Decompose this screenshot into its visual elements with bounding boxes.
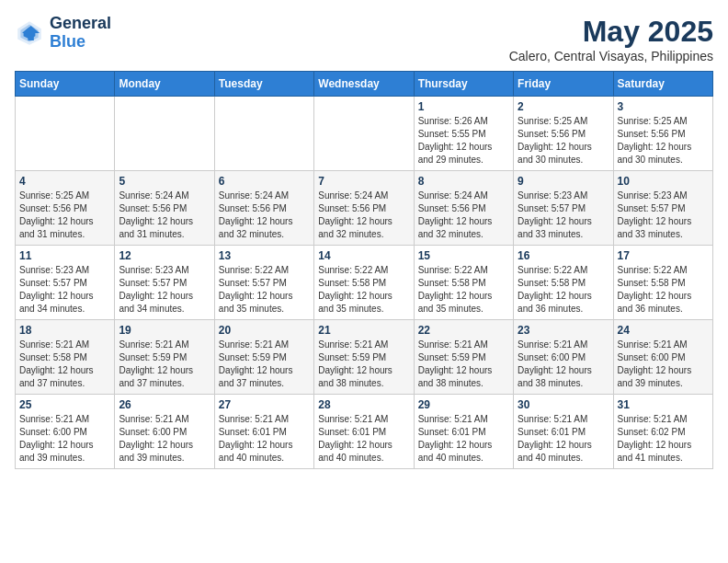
calendar-cell: 23Sunrise: 5:21 AM Sunset: 6:00 PM Dayli… <box>514 320 613 395</box>
logo: General Blue <box>15 15 111 52</box>
day-detail: Sunrise: 5:26 AM Sunset: 5:55 PM Dayligh… <box>418 115 509 167</box>
calendar-cell: 18Sunrise: 5:21 AM Sunset: 5:58 PM Dayli… <box>16 320 115 395</box>
calendar-cell: 6Sunrise: 5:24 AM Sunset: 5:56 PM Daylig… <box>214 171 313 246</box>
day-number: 3 <box>618 100 709 113</box>
day-detail: Sunrise: 5:21 AM Sunset: 5:58 PM Dayligh… <box>19 339 110 390</box>
day-number: 31 <box>618 398 709 411</box>
calendar-title: May 2025 <box>509 15 713 49</box>
calendar-subtitle: Calero, Central Visayas, Philippines <box>509 49 713 63</box>
day-number: 19 <box>119 324 210 337</box>
weekday-header: Monday <box>115 72 214 97</box>
day-detail: Sunrise: 5:24 AM Sunset: 5:56 PM Dayligh… <box>119 190 210 241</box>
day-number: 9 <box>518 175 609 188</box>
day-detail: Sunrise: 5:24 AM Sunset: 5:56 PM Dayligh… <box>418 190 509 241</box>
day-number: 16 <box>518 249 609 262</box>
calendar-cell: 11Sunrise: 5:23 AM Sunset: 5:57 PM Dayli… <box>16 246 115 320</box>
day-detail: Sunrise: 5:21 AM Sunset: 5:59 PM Dayligh… <box>318 339 409 390</box>
day-detail: Sunrise: 5:22 AM Sunset: 5:58 PM Dayligh… <box>418 264 509 316</box>
calendar-cell: 21Sunrise: 5:21 AM Sunset: 5:59 PM Dayli… <box>314 320 414 395</box>
calendar-cell: 22Sunrise: 5:21 AM Sunset: 5:59 PM Dayli… <box>414 320 513 395</box>
calendar-cell: 4Sunrise: 5:25 AM Sunset: 5:56 PM Daylig… <box>16 171 115 246</box>
day-number: 11 <box>19 249 110 262</box>
day-number: 29 <box>418 398 509 411</box>
day-number: 20 <box>219 324 310 337</box>
day-number: 13 <box>219 249 310 262</box>
page-header: General Blue May 2025 Calero, Central Vi… <box>15 15 713 63</box>
calendar-cell: 7Sunrise: 5:24 AM Sunset: 5:56 PM Daylig… <box>314 171 414 246</box>
calendar-cell <box>214 97 313 171</box>
calendar-cell: 12Sunrise: 5:23 AM Sunset: 5:57 PM Dayli… <box>115 246 214 320</box>
day-number: 15 <box>418 249 509 262</box>
day-number: 30 <box>518 398 609 411</box>
calendar-cell: 17Sunrise: 5:22 AM Sunset: 5:58 PM Dayli… <box>613 246 712 320</box>
day-detail: Sunrise: 5:21 AM Sunset: 6:01 PM Dayligh… <box>418 413 509 465</box>
calendar-cell: 1Sunrise: 5:26 AM Sunset: 5:55 PM Daylig… <box>414 97 513 171</box>
weekday-header: Tuesday <box>214 72 313 97</box>
calendar-cell: 15Sunrise: 5:22 AM Sunset: 5:58 PM Dayli… <box>414 246 513 320</box>
day-number: 24 <box>618 324 709 337</box>
logo-line2: Blue <box>50 33 111 52</box>
day-detail: Sunrise: 5:24 AM Sunset: 5:56 PM Dayligh… <box>219 190 310 241</box>
calendar-cell: 26Sunrise: 5:21 AM Sunset: 6:00 PM Dayli… <box>115 395 214 469</box>
day-number: 21 <box>318 324 409 337</box>
day-detail: Sunrise: 5:21 AM Sunset: 6:00 PM Dayligh… <box>518 339 609 390</box>
day-detail: Sunrise: 5:23 AM Sunset: 5:57 PM Dayligh… <box>618 190 709 241</box>
day-detail: Sunrise: 5:25 AM Sunset: 5:56 PM Dayligh… <box>19 190 110 241</box>
calendar-cell: 25Sunrise: 5:21 AM Sunset: 6:00 PM Dayli… <box>16 395 115 469</box>
calendar-cell: 13Sunrise: 5:22 AM Sunset: 5:57 PM Dayli… <box>214 246 313 320</box>
day-number: 1 <box>418 100 509 113</box>
calendar-cell <box>16 97 115 171</box>
day-detail: Sunrise: 5:21 AM Sunset: 6:01 PM Dayligh… <box>219 413 310 465</box>
calendar-cell: 14Sunrise: 5:22 AM Sunset: 5:58 PM Dayli… <box>314 246 414 320</box>
weekday-header: Saturday <box>613 72 712 97</box>
day-detail: Sunrise: 5:23 AM Sunset: 5:57 PM Dayligh… <box>119 264 210 316</box>
day-detail: Sunrise: 5:21 AM Sunset: 5:59 PM Dayligh… <box>219 339 310 390</box>
day-number: 17 <box>618 249 709 262</box>
day-number: 27 <box>219 398 310 411</box>
day-detail: Sunrise: 5:24 AM Sunset: 5:56 PM Dayligh… <box>318 190 409 241</box>
calendar-cell: 29Sunrise: 5:21 AM Sunset: 6:01 PM Dayli… <box>414 395 513 469</box>
day-number: 22 <box>418 324 509 337</box>
day-number: 10 <box>618 175 709 188</box>
day-detail: Sunrise: 5:23 AM Sunset: 5:57 PM Dayligh… <box>518 190 609 241</box>
day-detail: Sunrise: 5:21 AM Sunset: 6:00 PM Dayligh… <box>119 413 210 465</box>
calendar-cell <box>115 97 214 171</box>
day-number: 28 <box>318 398 409 411</box>
calendar-week-row: 1Sunrise: 5:26 AM Sunset: 5:55 PM Daylig… <box>16 97 713 171</box>
day-detail: Sunrise: 5:25 AM Sunset: 5:56 PM Dayligh… <box>518 115 609 167</box>
weekday-header: Friday <box>514 72 613 97</box>
day-detail: Sunrise: 5:25 AM Sunset: 5:56 PM Dayligh… <box>618 115 709 167</box>
calendar-cell: 30Sunrise: 5:21 AM Sunset: 6:01 PM Dayli… <box>514 395 613 469</box>
day-number: 14 <box>318 249 409 262</box>
weekday-header: Sunday <box>16 72 115 97</box>
weekday-header: Wednesday <box>314 72 414 97</box>
day-detail: Sunrise: 5:22 AM Sunset: 5:57 PM Dayligh… <box>219 264 310 316</box>
day-detail: Sunrise: 5:22 AM Sunset: 5:58 PM Dayligh… <box>618 264 709 316</box>
calendar-cell <box>314 97 414 171</box>
day-detail: Sunrise: 5:21 AM Sunset: 6:01 PM Dayligh… <box>318 413 409 465</box>
day-detail: Sunrise: 5:21 AM Sunset: 6:01 PM Dayligh… <box>518 413 609 465</box>
calendar-cell: 3Sunrise: 5:25 AM Sunset: 5:56 PM Daylig… <box>613 97 712 171</box>
day-detail: Sunrise: 5:21 AM Sunset: 6:02 PM Dayligh… <box>618 413 709 465</box>
day-number: 2 <box>518 100 609 113</box>
day-number: 4 <box>19 175 110 188</box>
calendar-week-row: 18Sunrise: 5:21 AM Sunset: 5:58 PM Dayli… <box>16 320 713 395</box>
day-detail: Sunrise: 5:23 AM Sunset: 5:57 PM Dayligh… <box>19 264 110 316</box>
logo-icon <box>15 18 44 48</box>
day-number: 25 <box>19 398 110 411</box>
day-number: 12 <box>119 249 210 262</box>
calendar-cell: 8Sunrise: 5:24 AM Sunset: 5:56 PM Daylig… <box>414 171 513 246</box>
calendar-cell: 28Sunrise: 5:21 AM Sunset: 6:01 PM Dayli… <box>314 395 414 469</box>
calendar-cell: 9Sunrise: 5:23 AM Sunset: 5:57 PM Daylig… <box>514 171 613 246</box>
calendar-week-row: 25Sunrise: 5:21 AM Sunset: 6:00 PM Dayli… <box>16 395 713 469</box>
day-number: 18 <box>19 324 110 337</box>
calendar-cell: 5Sunrise: 5:24 AM Sunset: 5:56 PM Daylig… <box>115 171 214 246</box>
calendar-cell: 2Sunrise: 5:25 AM Sunset: 5:56 PM Daylig… <box>514 97 613 171</box>
day-detail: Sunrise: 5:21 AM Sunset: 5:59 PM Dayligh… <box>119 339 210 390</box>
day-number: 26 <box>119 398 210 411</box>
day-detail: Sunrise: 5:21 AM Sunset: 5:59 PM Dayligh… <box>418 339 509 390</box>
calendar-table: SundayMondayTuesdayWednesdayThursdayFrid… <box>15 71 713 469</box>
day-number: 5 <box>119 175 210 188</box>
day-number: 6 <box>219 175 310 188</box>
calendar-week-row: 4Sunrise: 5:25 AM Sunset: 5:56 PM Daylig… <box>16 171 713 246</box>
